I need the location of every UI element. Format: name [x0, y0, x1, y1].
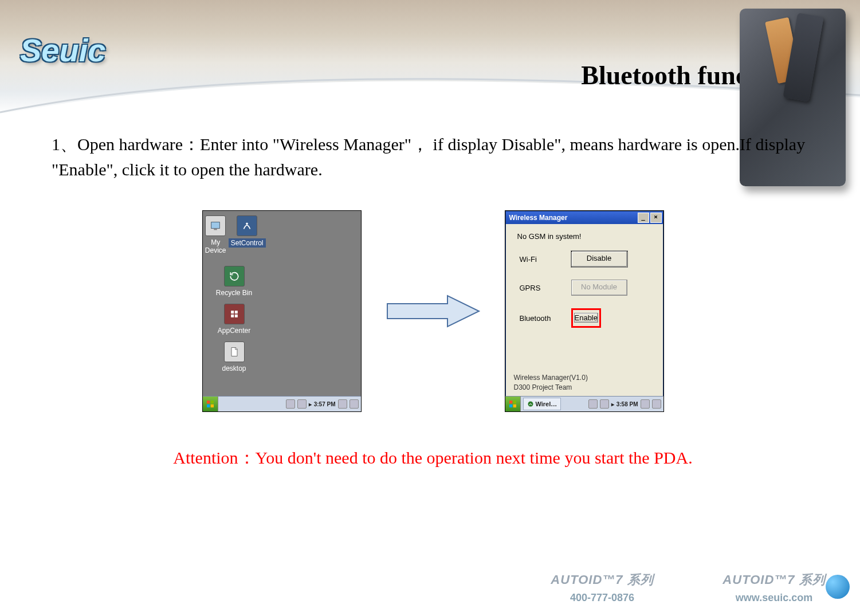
svg-rect-14 — [513, 405, 516, 407]
window-body: No GSM in system! Wi-Fi Disable GPRS No … — [506, 224, 663, 396]
slide-content: 1、Open hardware：Enter into "Wireless Man… — [0, 115, 860, 470]
taskbar: Wirel… ▸ 3:58 PM — [505, 396, 663, 411]
window-titlebar: Wireless Manager _ × — [506, 211, 663, 224]
tray-arrow: ▸ — [611, 401, 614, 407]
taskbar-clock: 3:57 PM — [314, 401, 336, 407]
minimize-button[interactable]: _ — [638, 213, 649, 223]
svg-rect-11 — [509, 401, 512, 403]
wifi-row: Wi-Fi Disable — [520, 251, 655, 267]
file-icon — [224, 342, 245, 362]
taskbar-clock: 3:58 PM — [616, 401, 638, 407]
badge-phone: AUTOID™7 系列 400-777-0876 — [528, 564, 677, 610]
desktop-icon-desktop[interactable]: desktop — [203, 342, 266, 372]
svg-point-2 — [246, 223, 248, 225]
close-button[interactable]: × — [650, 213, 662, 223]
start-button[interactable] — [203, 397, 218, 411]
bluetooth-label: Bluetooth — [520, 314, 571, 323]
highlight-box: Enable — [571, 308, 601, 328]
gsm-status-text: No GSM in system! — [517, 232, 655, 241]
desktop-icon-label: Recycle Bin — [216, 289, 252, 297]
desktop-icon-appcenter[interactable]: AppCenter — [203, 304, 266, 335]
badge-url: www.seuic.com — [736, 592, 812, 604]
footer-badges: AUTOID™7 系列 400-777-0876 AUTOID™7 系列 www… — [516, 559, 860, 616]
antenna-icon — [527, 401, 534, 407]
start-button[interactable] — [505, 397, 521, 411]
desktop-icon-column: My Device SetControl Recycle Bin — [203, 211, 266, 379]
desktop-icon-label: AppCenter — [218, 327, 250, 335]
taskbar-app-label: Wirel… — [536, 401, 557, 407]
slide-banner: Seuic Bluetooth function — [0, 0, 860, 115]
tray-arrow: ▸ — [309, 401, 312, 407]
globe-icon — [826, 575, 850, 599]
windows-flag-icon — [508, 399, 517, 409]
svg-rect-8 — [210, 401, 213, 403]
arrow-right-icon — [384, 291, 482, 331]
svg-rect-6 — [234, 315, 237, 317]
brand-logo: Seuic — [20, 32, 105, 69]
system-tray: ▸ 3:58 PM — [586, 397, 663, 411]
tray-icon[interactable] — [652, 399, 661, 409]
team-text: D300 Project Team — [514, 383, 655, 393]
tray-icon[interactable] — [286, 399, 295, 409]
gprs-toggle-button[interactable]: No Module — [571, 280, 627, 296]
attention-text: Attention：You don't need to do the opera… — [52, 446, 814, 470]
svg-rect-12 — [513, 401, 516, 403]
taskbar-app-button[interactable]: Wirel… — [523, 398, 561, 410]
svg-rect-7 — [207, 401, 210, 403]
version-text: Wireless Manager(V1.0) — [514, 373, 655, 383]
screenshot-row: My Device SetControl Recycle Bin — [52, 210, 814, 412]
badge-brand: AUTOID™7 系列 — [551, 571, 653, 588]
desktop-icon-label: My Device — [203, 238, 229, 254]
tray-icon[interactable] — [350, 399, 359, 409]
svg-rect-10 — [210, 405, 213, 407]
svg-rect-5 — [231, 315, 234, 317]
badge-web: AUTOID™7 系列 www.seuic.com — [700, 564, 849, 610]
badge-brand: AUTOID™7 系列 — [722, 571, 825, 588]
taskbar: ▸ 3:57 PM — [203, 396, 361, 411]
desktop-icon-setcontrol[interactable]: SetControl — [229, 215, 266, 254]
desktop-icon-my-device[interactable]: My Device — [203, 215, 229, 254]
svg-rect-3 — [231, 311, 234, 313]
wifi-toggle-button[interactable]: Disable — [571, 251, 627, 267]
tray-icon[interactable] — [588, 399, 598, 409]
desktop-icon-label: desktop — [222, 364, 246, 372]
svg-rect-1 — [214, 229, 217, 230]
instruction-text: 1、Open hardware：Enter into "Wireless Man… — [52, 132, 814, 182]
tray-icon[interactable] — [600, 399, 609, 409]
badge-phone-number: 400-777-0876 — [570, 592, 634, 604]
svg-rect-4 — [234, 311, 237, 313]
tray-icon[interactable] — [297, 399, 307, 409]
recycle-icon — [224, 266, 245, 287]
antenna-icon — [237, 215, 257, 236]
screenshot-desktop: My Device SetControl Recycle Bin — [202, 210, 362, 412]
gprs-row: GPRS No Module — [520, 280, 655, 296]
wireless-manager-window: Wireless Manager _ × No GSM in system! W… — [505, 211, 663, 397]
window-footer-info: Wireless Manager(V1.0) D300 Project Team — [514, 373, 655, 393]
computer-icon — [205, 215, 226, 236]
bluetooth-row: Bluetooth Enable — [520, 308, 655, 328]
window-title: Wireless Manager — [509, 214, 568, 222]
appcenter-icon — [224, 304, 245, 324]
svg-rect-9 — [207, 405, 210, 407]
tray-icon[interactable] — [641, 399, 650, 409]
screenshot-wireless-manager: Wireless Manager _ × No GSM in system! W… — [505, 210, 664, 412]
tray-icon[interactable] — [338, 399, 347, 409]
windows-flag-icon — [206, 399, 215, 409]
svg-rect-13 — [509, 405, 512, 407]
desktop-icon-recycle-bin[interactable]: Recycle Bin — [203, 266, 266, 297]
system-tray: ▸ 3:57 PM — [284, 397, 361, 411]
bluetooth-toggle-button[interactable]: Enable — [574, 313, 598, 323]
wifi-label: Wi-Fi — [520, 255, 571, 264]
desktop-icon-label: SetControl — [229, 238, 266, 248]
gprs-label: GPRS — [520, 284, 571, 292]
svg-rect-0 — [211, 222, 220, 229]
